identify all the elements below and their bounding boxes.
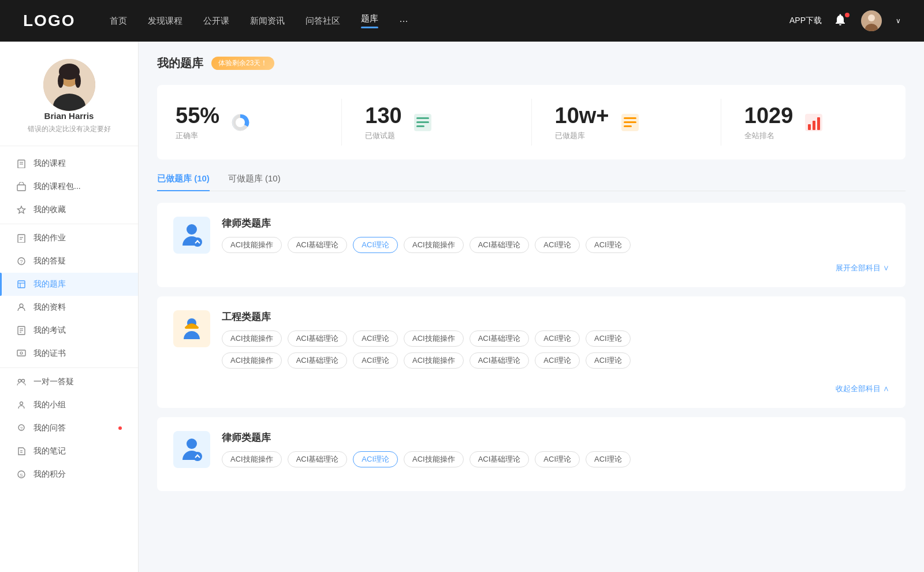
bank-tag[interactable]: ACI理论 (353, 352, 398, 369)
main-content: 我的题库 体验剩余23天！ 55% 正确率 (139, 42, 924, 572)
bank-footer-1: 展开全部科目 ∨ (173, 263, 889, 273)
bell-button[interactable] (833, 13, 850, 29)
bank-tag[interactable]: ACI技能操作 (222, 330, 282, 347)
bar-red-icon (802, 111, 825, 134)
bank-content-2: 工程类题库 ACI技能操作 ACI基础理论 ACI理论 ACI技能操作 ACI基… (222, 310, 889, 374)
question-icon: ? (16, 256, 27, 266)
bank-tag[interactable]: ACI基础理论 (288, 330, 348, 347)
navbar-menu: 首页 发现课程 公开课 新闻资讯 问答社区 题库 ··· (110, 11, 789, 31)
bank-tag[interactable]: ACI基础理论 (288, 451, 348, 467)
bank-tag[interactable]: ACI技能操作 (222, 451, 282, 467)
svg-point-31 (20, 402, 23, 405)
svg-rect-43 (416, 125, 424, 127)
bank-tag[interactable]: ACI技能操作 (404, 352, 464, 369)
avatar[interactable] (861, 10, 882, 31)
bank-expand-1[interactable]: 展开全部科目 ∨ (836, 263, 889, 273)
bank-tag[interactable]: ACI基础理论 (470, 237, 530, 253)
sidebar-item-group[interactable]: 我的小组 (0, 393, 138, 417)
bank-tag[interactable]: ACI基础理论 (288, 237, 348, 253)
bank-tag[interactable]: ACI技能操作 (404, 451, 464, 467)
stat-correct-rate: 55% 正确率 (176, 99, 342, 146)
stat-done-questions-number: 130 (365, 103, 401, 128)
sidebar-item-favorites[interactable]: 我的收藏 (0, 198, 138, 221)
stat-done-banks-label: 已做题库 (555, 131, 609, 141)
sidebar-item-notes[interactable]: 我的笔记 (0, 440, 138, 463)
bank-tag[interactable]: ACI技能操作 (404, 330, 464, 347)
stats-card: 55% 正确率 130 已做试题 (157, 85, 906, 159)
bank-tag[interactable]: ACI理论 (586, 330, 631, 347)
tab-available[interactable]: 可做题库 (10) (228, 173, 281, 191)
svg-point-52 (187, 224, 197, 235)
bank-collapse-2[interactable]: 收起全部科目 ∧ (836, 384, 889, 394)
nav-bank[interactable]: 题库 (361, 11, 378, 31)
sidebar-item-package[interactable]: 我的课程包... (0, 175, 138, 198)
nav-discover[interactable]: 发现课程 (148, 13, 182, 29)
sidebar-item-profile[interactable]: 我的资料 (0, 296, 138, 319)
nav-news[interactable]: 新闻资讯 (250, 13, 285, 29)
bank-tag[interactable]: ACI基础理论 (470, 330, 530, 347)
bank-tag[interactable]: ACI基础理论 (470, 352, 530, 369)
bank-content-1: 律师类题库 ACI技能操作 ACI基础理论 ACI理论 ACI技能操作 ACI基… (222, 217, 889, 253)
bank-tag[interactable]: ACI理论 (535, 330, 580, 347)
svg-point-1 (868, 14, 875, 21)
bank-tag[interactable]: ACI理论 (586, 451, 631, 467)
homework-icon (16, 233, 27, 243)
sidebar-item-homework[interactable]: 我的作业 (0, 226, 138, 250)
avatar-dropdown-arrow[interactable]: ∨ (896, 17, 901, 25)
svg-rect-19 (18, 281, 25, 288)
nav-home[interactable]: 首页 (110, 13, 127, 29)
bank-tag[interactable]: ACI基础理论 (470, 451, 530, 467)
page-title: 我的题库 (157, 55, 203, 71)
list-orange-icon (619, 111, 642, 134)
layout: Brian Harris 错误的决定比没有决定要好 我的课程 我的课程包... (0, 42, 924, 572)
bank-tag-active[interactable]: ACI理论 (353, 451, 398, 467)
sidebar-item-points[interactable]: S 我的积分 (0, 463, 138, 486)
stat-done-banks: 10w+ 已做题库 (555, 99, 721, 146)
stat-rank-number: 1029 (744, 103, 793, 128)
bank-icon-engineer (173, 310, 210, 347)
bank-tag[interactable]: ACI理论 (535, 451, 580, 467)
svg-text:?: ? (20, 259, 23, 265)
note-icon (16, 446, 27, 456)
svg-rect-45 (624, 117, 636, 119)
bank-tag[interactable]: ACI理论 (586, 237, 631, 253)
trial-badge: 体验剩余23天！ (211, 57, 274, 70)
bank-tag-active[interactable]: ACI理论 (353, 237, 398, 253)
bank-title-3: 律师类题库 (222, 431, 889, 444)
bank-tag[interactable]: ACI理论 (535, 237, 580, 253)
svg-point-30 (22, 380, 25, 382)
points-icon: S (16, 469, 27, 480)
sidebar-item-bank[interactable]: 我的题库 (0, 273, 138, 296)
bank-tag[interactable]: ACI基础理论 (288, 352, 348, 369)
bank-tag[interactable]: ACI理论 (353, 330, 398, 347)
list-green-icon (411, 111, 434, 134)
app-download[interactable]: APP下载 (789, 16, 822, 26)
sidebar-item-course[interactable]: 我的课程 (0, 152, 138, 175)
nav-qa[interactable]: 问答社区 (305, 13, 340, 29)
bell-notification-dot (845, 13, 850, 17)
bank-tag[interactable]: ACI技能操作 (222, 237, 282, 253)
svg-point-59 (197, 455, 199, 456)
svg-rect-12 (17, 185, 25, 191)
sidebar-item-qa-mine[interactable]: ? 我的答疑 (0, 250, 138, 273)
bank-card-engineer: 工程类题库 ACI技能操作 ACI基础理论 ACI理论 ACI技能操作 ACI基… (157, 296, 906, 408)
sidebar-item-exam[interactable]: 我的考试 (0, 319, 138, 342)
bank-tag[interactable]: ACI理论 (535, 352, 580, 369)
sidebar-item-qa-my[interactable]: ? 我的问答 (0, 417, 138, 440)
sidebar-item-cert[interactable]: 我的证书 (0, 342, 138, 365)
bank-tag[interactable]: ACI技能操作 (222, 352, 282, 369)
logo[interactable]: LOGO (23, 12, 75, 30)
navbar-right: APP下载 ∨ (789, 10, 901, 31)
sidebar-item-one-one[interactable]: 一对一答疑 (0, 370, 138, 393)
stat-done-banks-number: 10w+ (555, 103, 609, 128)
bank-header-2: 工程类题库 ACI技能操作 ACI基础理论 ACI理论 ACI技能操作 ACI基… (173, 310, 889, 374)
sidebar-label-points: 我的积分 (33, 469, 66, 480)
tab-done[interactable]: 已做题库 (10) (157, 173, 210, 191)
bank-tag[interactable]: ACI理论 (586, 352, 631, 369)
bank-tag[interactable]: ACI技能操作 (404, 237, 464, 253)
course-icon (16, 158, 27, 169)
bank-icon (16, 279, 27, 289)
nav-more[interactable]: ··· (399, 15, 408, 27)
bank-tags-row-1: ACI技能操作 ACI基础理论 ACI理论 ACI技能操作 ACI基础理论 AC… (222, 330, 889, 347)
nav-public-course[interactable]: 公开课 (203, 13, 229, 29)
